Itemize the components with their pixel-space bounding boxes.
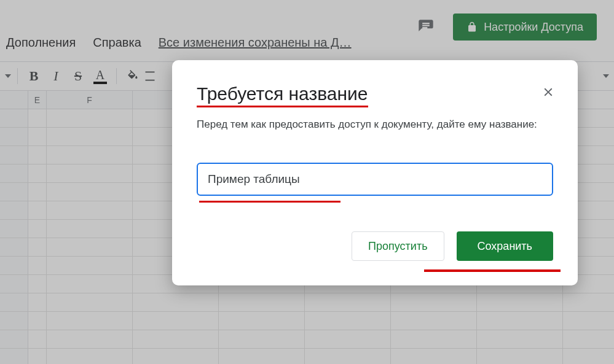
save-button[interactable]: Сохранить <box>457 231 553 261</box>
annotation-underline <box>199 201 340 203</box>
skip-button[interactable]: Пропустить <box>352 231 444 261</box>
dialog-description: Перед тем как предоставить доступ к доку… <box>197 118 553 131</box>
dialog-close-button[interactable] <box>537 81 559 103</box>
close-icon <box>541 85 555 99</box>
document-name-input[interactable] <box>197 163 553 196</box>
name-required-dialog: Требуется название Перед тем как предост… <box>172 60 578 285</box>
annotation-underline <box>424 269 561 272</box>
dialog-title: Требуется название <box>197 83 368 107</box>
